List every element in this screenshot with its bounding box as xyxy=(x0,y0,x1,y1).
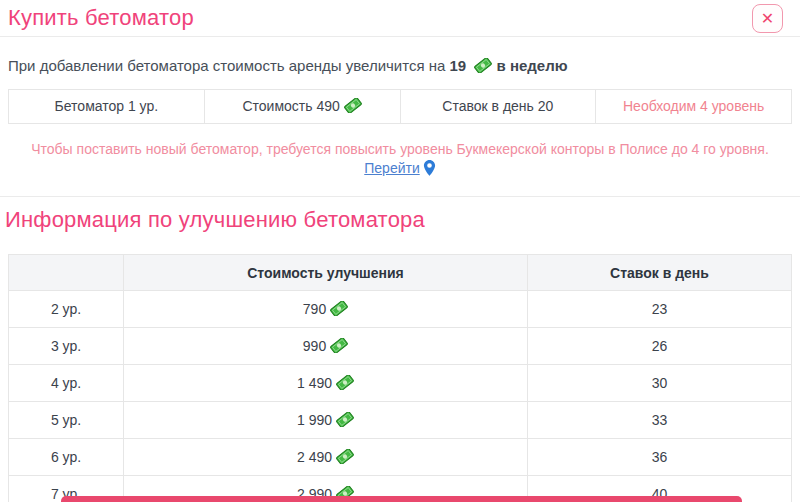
section-divider xyxy=(0,196,800,197)
cell-level: 5 ур. xyxy=(9,402,124,439)
stat-cost-label: Стоимость 490 xyxy=(242,98,339,114)
cell-bets: 23 xyxy=(528,291,792,328)
cell-level: 4 ур. xyxy=(9,365,124,402)
stat-bets-per-day: Ставок в день 20 xyxy=(400,90,596,123)
stat-required-level: Необходим 4 уровень xyxy=(595,90,791,123)
table-row: 3 ур. 990 26 xyxy=(9,328,792,365)
cost-value: 790 xyxy=(303,301,326,317)
cell-cost: 1 490 xyxy=(124,365,528,402)
cell-bets: 30 xyxy=(528,365,792,402)
cell-level: 3 ур. xyxy=(9,328,124,365)
money-icon xyxy=(336,449,354,464)
info-prefix: При добавлении бетоматора стоимость арен… xyxy=(8,57,445,74)
rent-increase-info: При добавлении бетоматора стоимость арен… xyxy=(8,56,792,76)
close-button[interactable]: ✕ xyxy=(752,4,783,33)
buy-button-top-edge[interactable] xyxy=(61,496,742,502)
cell-level: 6 ур. xyxy=(9,439,124,476)
cost-value: 990 xyxy=(303,338,326,354)
table-header-row: Стоимость улучшения Ставок в день xyxy=(9,255,792,291)
cell-cost: 790 xyxy=(124,291,528,328)
go-to-polis-link[interactable]: Перейти xyxy=(364,160,419,176)
money-icon xyxy=(336,375,354,390)
stat-betomator-level: Бетоматор 1 ур. xyxy=(9,90,204,123)
upgrade-info-title: Информация по улучшению бетоматора xyxy=(5,207,792,233)
money-icon xyxy=(330,338,348,353)
cell-bets: 26 xyxy=(528,328,792,365)
stat-cost: Стоимость 490 xyxy=(204,90,400,123)
cell-bets: 36 xyxy=(528,439,792,476)
info-suffix: в неделю xyxy=(497,57,568,74)
location-pin-icon[interactable] xyxy=(423,160,436,176)
header-bets-per-day: Ставок в день xyxy=(528,255,792,291)
upgrade-table: Стоимость улучшения Ставок в день 2 ур. … xyxy=(8,254,792,502)
betomator-stats-row: Бетоматор 1 ур. Стоимость 490 Ставок в д… xyxy=(8,89,792,124)
money-icon xyxy=(330,301,348,316)
header-upgrade-cost: Стоимость улучшения xyxy=(124,255,528,291)
cell-cost: 1 990 xyxy=(124,402,528,439)
modal-header: Купить бетоматор ✕ xyxy=(0,0,800,37)
table-row: 2 ур. 790 23 xyxy=(9,291,792,328)
money-icon xyxy=(336,412,354,427)
cost-value: 2 490 xyxy=(297,449,332,465)
close-icon: ✕ xyxy=(761,11,774,27)
table-row: 4 ур. 1 490 30 xyxy=(9,365,792,402)
cell-cost: 2 490 xyxy=(124,439,528,476)
cell-bets: 33 xyxy=(528,402,792,439)
cost-value: 1 990 xyxy=(297,412,332,428)
rent-increase-amount: 19 xyxy=(450,57,467,74)
cost-value: 1 490 xyxy=(297,375,332,391)
table-row: 6 ур. 2 490 36 xyxy=(9,439,792,476)
cell-level: 2 ур. xyxy=(9,291,124,328)
money-icon xyxy=(344,98,362,113)
cell-cost: 990 xyxy=(124,328,528,365)
money-icon xyxy=(474,58,492,73)
level-requirement-note: Чтобы поставить новый бетоматор, требует… xyxy=(8,140,792,178)
header-level xyxy=(9,255,124,291)
page-title: Купить бетоматор xyxy=(8,5,194,31)
note-text: Чтобы поставить новый бетоматор, требует… xyxy=(31,141,769,157)
table-row: 5 ур. 1 990 33 xyxy=(9,402,792,439)
